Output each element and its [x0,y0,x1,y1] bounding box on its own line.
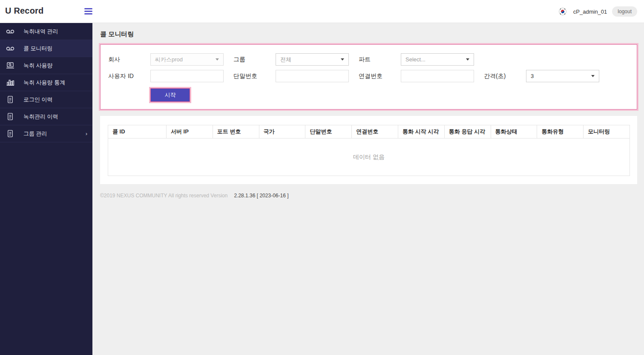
chevron-down-icon [216,58,219,61]
sidebar-item-label: 로그인 이력 [23,96,53,104]
group-select-value: 전체 [280,56,291,63]
user-id-field-group: 사용자 ID [108,70,224,82]
terminal-no-field-group: 단말번호 [233,70,349,82]
filter-actions-row: 시작 [150,88,637,102]
group-field-group: 그룹 전체 [233,53,349,66]
monitoring-table-card: 콜 ID 서버 IP 포트 번호 국가 단말번호 연결번호 통화 시작 시각 통… [100,116,637,184]
col-call-status: 통화상태 [491,125,537,139]
sidebar-item-recording-usage[interactable]: 녹취 사용량 [0,57,92,74]
document-icon [6,130,15,138]
company-select[interactable]: 씨카스prod [150,53,224,66]
sidebar-item-login-history[interactable]: 로그인 이력 [0,91,92,108]
connection-no-field-group: 연결번호 [359,70,474,82]
interval-select[interactable]: 3 [526,70,599,82]
sidebar-item-call-monitoring[interactable]: 콜 모니터링 [0,40,92,57]
filter-row-2: 사용자 ID 단말번호 연결번호 간격(초) 3 [108,70,637,82]
company-select-value: 씨카스prod [155,56,183,63]
sidebar-nav: 녹취내역 관리 콜 모니터링 녹취 사용량 [0,23,92,355]
start-button[interactable]: 시작 [150,88,190,102]
voicemail-icon [6,28,15,35]
col-terminal-no: 단말번호 [305,125,352,139]
col-call-type: 통화유형 [537,125,584,139]
main-content: 콜 모니터링 회사 씨카스prod 그룹 전체 파트 Selec [92,23,644,355]
sidebar-item-label: 그룹 관리 [23,130,47,138]
filter-row-1: 회사 씨카스prod 그룹 전체 파트 Select... [108,53,637,66]
sidebar-item-label: 녹취 사용량 통계 [23,79,65,87]
top-header: U Record cP_admin_01 logout [0,0,644,23]
connection-no-label: 연결번호 [359,72,401,80]
col-connection-no: 연결번호 [352,125,398,139]
company-field-group: 회사 씨카스prod [108,53,224,66]
version-text: 2.28.1.36 [ 2023-06-16 ] [234,193,288,199]
logout-button[interactable]: logout [612,6,637,17]
call-monitoring-filter-panel: 회사 씨카스prod 그룹 전체 파트 Select... [100,44,637,110]
empty-state-text: 데이터 없음 [108,139,630,176]
group-select[interactable]: 전체 [276,53,349,66]
col-monitoring: 모니터링 [584,125,630,139]
bar-chart-icon [6,79,15,87]
chevron-right-icon: › [86,130,87,137]
user-id-label: 사용자 ID [108,72,150,80]
header-user-area: cP_admin_01 logout [559,0,637,23]
page-footer: ©2019 NEXUS COMMUNITY All rights reserve… [100,193,637,199]
part-select[interactable]: Select... [401,53,474,66]
part-label: 파트 [359,56,401,63]
page-title: 콜 모니터링 [100,23,637,38]
sidebar-item-label: 녹취관리 이력 [23,113,58,121]
col-port-no: 포트 번호 [213,125,259,139]
chevron-down-icon [466,58,469,61]
sidebar-item-label: 콜 모니터링 [23,45,53,52]
col-server-ip: 서버 IP [167,125,213,139]
sidebar-item-group-mgmt[interactable]: 그룹 관리 › [0,125,92,142]
terminal-no-input[interactable] [276,70,349,82]
sidebar-item-recording-history-mgmt[interactable]: 녹취내역 관리 [0,23,92,40]
interval-label: 간격(초) [484,72,526,80]
col-country: 국가 [259,125,305,139]
chevron-down-icon [341,58,344,61]
col-call-id: 콜 ID [108,125,167,139]
col-call-start-time: 통화 시작 시각 [398,125,444,139]
laptop-search-icon [6,62,15,69]
document-icon [6,113,15,121]
logged-in-username: cP_admin_01 [573,9,607,15]
col-call-answer-time: 통화 응답 시각 [444,125,491,139]
terminal-no-label: 단말번호 [233,72,276,80]
voicemail-icon [6,45,15,52]
app-logo: U Record [5,6,44,16]
korea-flag-icon [559,8,566,15]
menu-toggle-icon[interactable] [84,8,92,15]
company-label: 회사 [108,56,150,63]
user-id-input[interactable] [150,70,224,82]
document-icon [6,96,15,104]
group-label: 그룹 [233,56,276,63]
part-field-group: 파트 Select... [359,53,474,66]
table-header-row: 콜 ID 서버 IP 포트 번호 국가 단말번호 연결번호 통화 시작 시각 통… [108,125,630,139]
sidebar-item-label: 녹취 사용량 [23,62,53,69]
sidebar-item-recording-usage-stats[interactable]: 녹취 사용량 통계 [0,74,92,91]
table-empty-row: 데이터 없음 [108,139,630,176]
sidebar-item-recording-mgmt-history[interactable]: 녹취관리 이력 [0,108,92,125]
interval-field-group: 간격(초) 3 [484,70,599,82]
monitoring-table: 콜 ID 서버 IP 포트 번호 국가 단말번호 연결번호 통화 시작 시각 통… [108,125,630,176]
connection-no-input[interactable] [401,70,474,82]
chevron-down-icon [591,75,595,77]
sidebar-item-label: 녹취내역 관리 [23,28,58,35]
part-select-value: Select... [405,56,426,63]
interval-select-value: 3 [531,73,534,79]
copyright-text: ©2019 NEXUS COMMUNITY All rights reserve… [100,193,227,199]
